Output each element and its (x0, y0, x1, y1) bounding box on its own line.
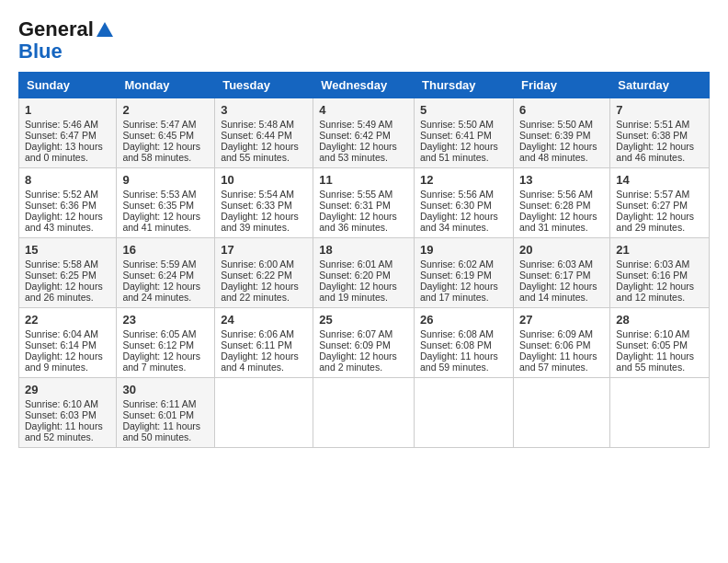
day-number: 16 (122, 243, 209, 257)
sunrise: Sunrise: 5:56 AM (519, 189, 593, 200)
day-number: 11 (319, 173, 408, 187)
sunrise: Sunrise: 6:02 AM (420, 259, 494, 270)
day-number: 21 (616, 243, 703, 257)
day-number: 18 (319, 243, 408, 257)
daylight-label: Daylight: 12 hours and 2 minutes. (319, 350, 397, 373)
day-number: 9 (122, 173, 209, 187)
calendar-cell: 11Sunrise: 5:55 AMSunset: 6:31 PMDayligh… (313, 168, 415, 238)
calendar-cell: 15Sunrise: 5:58 AMSunset: 6:25 PMDayligh… (19, 238, 117, 308)
daylight-label: Daylight: 11 hours and 50 minutes. (122, 420, 200, 442)
sunset: Sunset: 6:31 PM (319, 200, 391, 211)
daylight-label: Daylight: 12 hours and 41 minutes. (122, 211, 200, 233)
day-number: 4 (319, 103, 408, 117)
calendar-cell: 22Sunrise: 6:04 AMSunset: 6:14 PMDayligh… (19, 308, 117, 378)
col-friday: Friday (513, 73, 609, 98)
sunrise: Sunrise: 6:04 AM (25, 328, 98, 339)
calendar-row: 22Sunrise: 6:04 AMSunset: 6:14 PMDayligh… (19, 308, 710, 378)
sunset: Sunset: 6:25 PM (25, 270, 97, 281)
col-tuesday: Tuesday (215, 73, 313, 98)
day-number: 20 (519, 243, 604, 257)
daylight-label: Daylight: 12 hours and 55 minutes. (221, 141, 299, 163)
logo-icon (95, 20, 115, 40)
calendar-cell: 24Sunrise: 6:06 AMSunset: 6:11 PMDayligh… (215, 308, 313, 378)
sunset: Sunset: 6:16 PM (616, 270, 688, 281)
daylight-label: Daylight: 12 hours and 58 minutes. (122, 141, 200, 163)
sunrise: Sunrise: 6:08 AM (420, 328, 494, 339)
col-thursday: Thursday (415, 73, 514, 98)
calendar-cell (215, 378, 313, 448)
daylight-label: Daylight: 12 hours and 12 minutes. (616, 281, 694, 303)
sunrise: Sunrise: 5:58 AM (25, 259, 98, 270)
sunrise: Sunrise: 6:01 AM (319, 259, 392, 270)
daylight-label: Daylight: 12 hours and 17 minutes. (420, 281, 498, 303)
daylight-label: Daylight: 12 hours and 22 minutes. (221, 281, 299, 303)
day-number: 2 (122, 103, 209, 117)
sunrise: Sunrise: 6:05 AM (122, 328, 196, 339)
sunrise: Sunrise: 5:54 AM (221, 189, 294, 200)
day-number: 19 (420, 243, 507, 257)
sunset: Sunset: 6:19 PM (420, 270, 492, 281)
daylight-label: Daylight: 12 hours and 7 minutes. (122, 350, 200, 373)
sunrise: Sunrise: 5:50 AM (519, 119, 593, 130)
day-number: 28 (616, 313, 703, 327)
calendar-cell (513, 378, 609, 448)
sunset: Sunset: 6:11 PM (221, 339, 292, 350)
day-number: 6 (519, 103, 604, 117)
day-number: 26 (420, 313, 507, 327)
sunrise: Sunrise: 6:10 AM (25, 398, 98, 409)
calendar-cell: 17Sunrise: 6:00 AMSunset: 6:22 PMDayligh… (215, 238, 313, 308)
day-number: 25 (319, 313, 408, 327)
day-number: 30 (122, 383, 209, 396)
calendar-cell: 2Sunrise: 5:47 AMSunset: 6:45 PMDaylight… (117, 98, 215, 168)
calendar-cell: 23Sunrise: 6:05 AMSunset: 6:12 PMDayligh… (117, 308, 215, 378)
daylight-label: Daylight: 11 hours and 57 minutes. (519, 350, 597, 373)
sunrise: Sunrise: 5:52 AM (25, 189, 98, 200)
sunset: Sunset: 6:47 PM (25, 130, 97, 141)
sunset: Sunset: 6:33 PM (221, 200, 292, 211)
col-wednesday: Wednesday (313, 73, 415, 98)
page-header: General Blue (18, 18, 710, 63)
sunset: Sunset: 6:01 PM (122, 409, 194, 420)
sunrise: Sunrise: 5:51 AM (616, 119, 689, 130)
daylight-label: Daylight: 12 hours and 4 minutes. (221, 350, 299, 373)
sunrise: Sunrise: 5:49 AM (319, 119, 392, 130)
calendar-row: 8Sunrise: 5:52 AMSunset: 6:36 PMDaylight… (19, 168, 710, 238)
daylight-label: Daylight: 12 hours and 51 minutes. (420, 141, 498, 163)
day-number: 3 (221, 103, 307, 117)
calendar-cell: 5Sunrise: 5:50 AMSunset: 6:41 PMDaylight… (415, 98, 514, 168)
calendar-row: 29Sunrise: 6:10 AMSunset: 6:03 PMDayligh… (19, 378, 710, 448)
day-number: 13 (519, 173, 604, 187)
sunrise: Sunrise: 5:53 AM (122, 189, 196, 200)
sunrise: Sunrise: 6:06 AM (221, 328, 294, 339)
col-sunday: Sunday (19, 73, 117, 98)
calendar-cell: 19Sunrise: 6:02 AMSunset: 6:19 PMDayligh… (415, 238, 514, 308)
daylight-label: Daylight: 12 hours and 26 minutes. (25, 281, 103, 303)
logo: General Blue (18, 18, 115, 63)
col-saturday: Saturday (610, 73, 710, 98)
calendar-cell: 13Sunrise: 5:56 AMSunset: 6:28 PMDayligh… (513, 168, 609, 238)
daylight-label: Daylight: 12 hours and 14 minutes. (519, 281, 597, 303)
calendar-cell: 30Sunrise: 6:11 AMSunset: 6:01 PMDayligh… (117, 378, 215, 448)
day-number: 15 (25, 243, 110, 257)
sunrise: Sunrise: 6:09 AM (519, 328, 593, 339)
sunrise: Sunrise: 6:07 AM (319, 328, 392, 339)
sunrise: Sunrise: 5:56 AM (420, 189, 494, 200)
sunset: Sunset: 6:05 PM (616, 339, 688, 350)
sunrise: Sunrise: 6:00 AM (221, 259, 294, 270)
header-row: Sunday Monday Tuesday Wednesday Thursday… (19, 73, 710, 98)
calendar-cell: 12Sunrise: 5:56 AMSunset: 6:30 PMDayligh… (415, 168, 514, 238)
day-number: 23 (122, 313, 209, 327)
sunrise: Sunrise: 5:50 AM (420, 119, 494, 130)
calendar-cell: 20Sunrise: 6:03 AMSunset: 6:17 PMDayligh… (513, 238, 609, 308)
calendar-cell: 21Sunrise: 6:03 AMSunset: 6:16 PMDayligh… (610, 238, 710, 308)
sunrise: Sunrise: 6:10 AM (616, 328, 689, 339)
sunset: Sunset: 6:35 PM (122, 200, 194, 211)
sunset: Sunset: 6:09 PM (319, 339, 391, 350)
daylight-label: Daylight: 12 hours and 9 minutes. (25, 350, 103, 373)
sunset: Sunset: 6:38 PM (616, 130, 688, 141)
day-number: 27 (519, 313, 604, 327)
day-number: 14 (616, 173, 703, 187)
calendar-cell: 10Sunrise: 5:54 AMSunset: 6:33 PMDayligh… (215, 168, 313, 238)
daylight-label: Daylight: 12 hours and 46 minutes. (616, 141, 694, 163)
daylight-label: Daylight: 12 hours and 36 minutes. (319, 211, 397, 233)
